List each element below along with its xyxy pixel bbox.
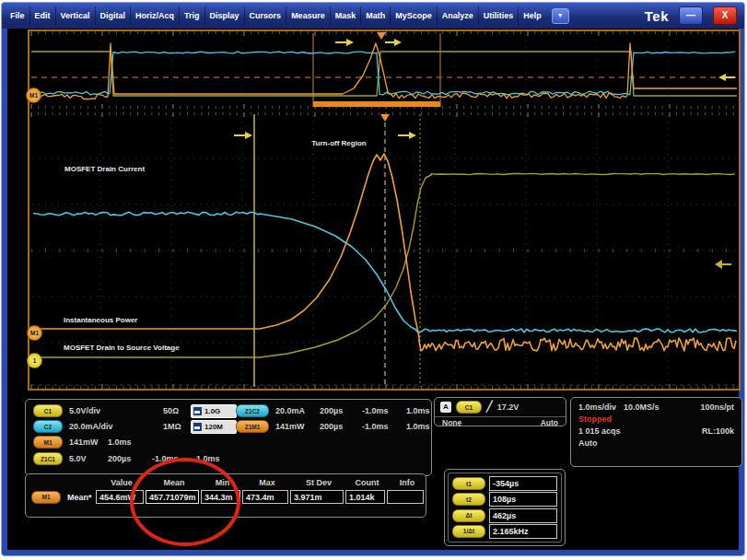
menu-bar: File Edit Vertical Digital Horiz/Acq Tri… (2, 3, 744, 29)
col-header-stdev: St Dev (292, 478, 345, 487)
zoom1-math1-end: 1.0ms (406, 422, 430, 431)
zoom1-ch2-end: 1.0ms (406, 406, 430, 415)
ch1-position-badge[interactable]: 1 (27, 353, 42, 368)
trigger-panel[interactable]: A C1 ╱ 17.2V None Auto (434, 397, 566, 426)
menu-cursors[interactable]: Cursors (245, 6, 287, 25)
inverse-delta-t-badge: 1/Δt (452, 525, 485, 538)
trigger-mode: Auto (541, 418, 558, 427)
reference-level-marker-icon (715, 260, 722, 269)
zoom-cursors (254, 114, 420, 387)
measurement-count: 1.014k (345, 490, 385, 504)
menu-vertical[interactable]: Vertical (56, 6, 96, 25)
cursor2-arrow-icon (409, 132, 416, 139)
oscilloscope-window: File Edit Vertical Digital Horiz/Acq Tri… (1, 2, 745, 556)
sample-rate-readout: 10.0MS/s (624, 402, 659, 412)
menu-mask[interactable]: Mask (331, 6, 362, 25)
menu-utilities[interactable]: Utilities (479, 6, 519, 25)
zoom1-ch2-start: -1.0ms (362, 406, 406, 415)
ch1-badge[interactable]: C1 (33, 404, 63, 417)
measurement-info (387, 490, 424, 504)
delta-t-badge: Δt (452, 509, 485, 522)
zoom1-ch2-scale: 20.0mA (275, 406, 320, 415)
cursor1-arrow-icon (346, 39, 354, 46)
col-header-count: Count (347, 478, 387, 487)
menu-edit[interactable]: Edit (30, 6, 56, 25)
col-header-info: Info (389, 478, 426, 487)
menu-math[interactable]: Math (361, 6, 391, 25)
math1-scale: 141mW (69, 438, 108, 447)
menu-overflow-dropdown[interactable]: ▼ (552, 8, 569, 24)
zoom-markers (234, 114, 731, 269)
menu-measure[interactable]: Measure (286, 6, 331, 25)
rising-slope-icon: ╱ (486, 401, 493, 413)
menu-horiz-acq[interactable]: Horiz/Acq (131, 6, 180, 25)
waveform-display (28, 29, 741, 391)
measurement-panel: Value Mean Min Max St Dev Count Info M1 … (25, 473, 426, 518)
ch1-termination: 50Ω (163, 406, 191, 415)
t1-badge: t1 (452, 477, 485, 490)
ch1-bandwidth-button[interactable]: 1.0G (191, 404, 237, 418)
menu-trig[interactable]: Trig (180, 6, 205, 25)
channel-settings-panel: C1 5.0V/div 50Ω 1.0G C2 20.0mA/div 1MΩ 1… (25, 399, 432, 476)
t2-value: 108µs (489, 492, 557, 507)
measurement-max: 473.4m (242, 490, 288, 504)
trigger-source-badge[interactable]: C1 (456, 401, 482, 414)
measurement-value: 454.6mW (96, 490, 144, 504)
instantaneous-power-label: Instantaneous Power (64, 316, 137, 324)
minimize-button[interactable]: — (679, 6, 703, 25)
zoom1-ch1-badge[interactable]: Z1C1 (33, 452, 63, 465)
zoom1-ch1-end: 1.0ms (196, 454, 220, 463)
trigger-position-marker[interactable] (380, 114, 390, 122)
titlebar-right: Tek — X (645, 6, 744, 25)
t1-value: -354µs (489, 476, 557, 491)
zoom1-math1-scale: 141mW (275, 422, 320, 431)
record-length: RL:100k (702, 426, 734, 436)
overview-traces (31, 43, 737, 99)
strip-math-position-badge[interactable]: M1 (26, 88, 41, 103)
cursor2-arrow-icon (394, 39, 402, 46)
measurement-stdev: 3.971m (290, 490, 344, 504)
right-edge-marker-icon (718, 74, 726, 81)
menu-file[interactable]: File (6, 6, 30, 25)
menu-help[interactable]: Help (519, 6, 546, 25)
tek-logo: Tek (645, 8, 669, 24)
menu-myscope[interactable]: MyScope (391, 6, 438, 25)
measurement-source-badge[interactable]: M1 (31, 491, 61, 504)
zoom1-ch2-badge[interactable]: Z1C2 (236, 404, 269, 417)
menu-display[interactable]: Display (205, 6, 245, 25)
measurement-name: Mean* (67, 493, 92, 502)
zoom1-ch1-timebase: 200µs (108, 454, 152, 463)
acquisition-mode: Auto (578, 438, 598, 448)
zoom1-ch2-timebase: 200µs (320, 406, 362, 415)
ch2-badge[interactable]: C2 (33, 420, 63, 433)
trigger-level: 17.2V (497, 402, 519, 412)
drain-source-voltage-label: MOSFET Drain to Source Voltage (64, 344, 180, 352)
inverse-delta-t-value: 2.165kHz (489, 524, 557, 539)
overview-waveform-area (29, 31, 739, 109)
menu-digital[interactable]: Digital (96, 6, 132, 25)
turn-off-region-annotation: Turn-off Region (295, 139, 383, 147)
math1-badge[interactable]: M1 (33, 436, 63, 449)
zoom1-math1-badge[interactable]: Z1M1 (236, 420, 269, 433)
trigger-b-status: None (442, 418, 461, 427)
t2-badge: t2 (452, 493, 485, 506)
zoom-region-bar[interactable] (313, 101, 440, 107)
trigger-position-marker[interactable] (377, 32, 386, 40)
trigger-a-icon: A (440, 402, 451, 413)
ch2-bandwidth-button[interactable]: 120M (191, 420, 237, 434)
menu-analyze[interactable]: Analyze (438, 6, 479, 25)
zoom1-ch1-start: -1.0ms (152, 454, 196, 463)
math-position-badge[interactable]: M1 (27, 325, 42, 341)
measurement-mean: 457.71079m (146, 490, 199, 504)
measurement-min: 344.3m (201, 490, 240, 504)
ch2-scale: 20.0mA/div (69, 422, 126, 431)
ch1-scale: 5.0V/div (69, 406, 126, 415)
col-header-mean: Mean (147, 478, 201, 487)
zoom1-math1-timebase: 200µs (320, 422, 362, 431)
close-button[interactable]: X (713, 6, 737, 25)
col-header-min: Min (203, 478, 242, 487)
overview-markers (335, 32, 735, 81)
zoom1-math1-start: -1.0ms (362, 422, 406, 431)
cursor-readout-panel: t1 -354µs t2 108µs Δt 462µs 1/Δt 2.165kH… (444, 469, 566, 546)
cursor1-arrow-icon (245, 132, 252, 139)
